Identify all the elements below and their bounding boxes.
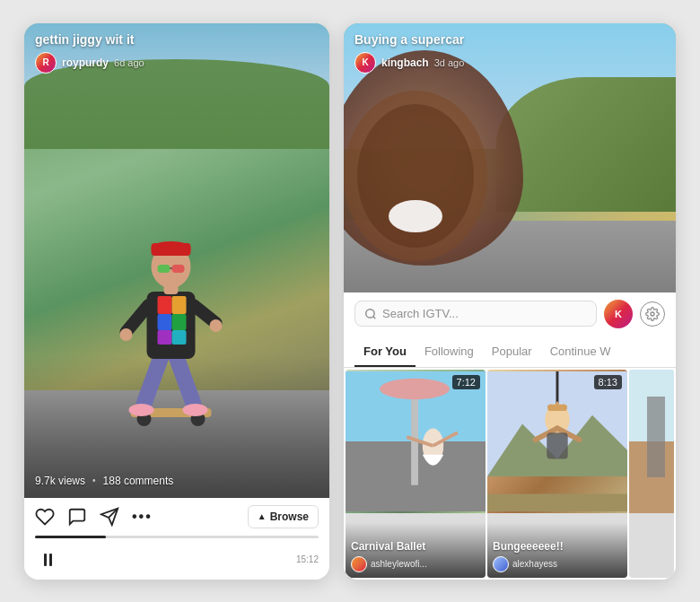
face-detail xyxy=(344,77,514,275)
svg-rect-6 xyxy=(158,296,172,314)
thumb-1-title: Carnival Ballet xyxy=(351,540,480,553)
skater-figure xyxy=(113,193,230,426)
svg-point-29 xyxy=(389,200,442,232)
tab-following[interactable]: Following xyxy=(416,336,483,367)
thumb-bg-3 xyxy=(629,370,674,513)
screens-container: gettin jiggy wit it R roypurdy 6d ago 9.… xyxy=(6,5,694,598)
left-action-icons: ••• xyxy=(35,507,153,527)
left-phone: gettin jiggy wit it R roypurdy 6d ago 9.… xyxy=(24,23,329,580)
thumb-bg-2 xyxy=(487,370,627,513)
thumb-2-username: alexhayess xyxy=(512,559,557,569)
pause-button[interactable] xyxy=(35,547,60,572)
right-username[interactable]: kingbach xyxy=(381,57,429,69)
left-username[interactable]: roypurdy xyxy=(62,57,109,69)
search-bar[interactable]: Search IGTV... xyxy=(354,301,597,327)
right-video-header: Buying a supercar K kingbach 3d ago xyxy=(354,32,665,74)
thumb-1-username: ashleylewofi... xyxy=(371,559,427,569)
tab-popular[interactable]: Popular xyxy=(483,336,541,367)
thumb-scene-1 xyxy=(346,370,486,513)
browse-arrow-icon: ▲ xyxy=(258,511,267,521)
left-video-area[interactable]: gettin jiggy wit it R roypurdy 6d ago 9.… xyxy=(24,23,329,498)
svg-point-23 xyxy=(129,404,154,416)
controls-bar: ••• ▲ Browse xyxy=(24,498,329,536)
svg-point-14 xyxy=(120,328,133,341)
more-button[interactable]: ••• xyxy=(132,509,153,525)
thumb-card-1[interactable]: 7:12 Carnival Ballet ashleylewofi... xyxy=(346,370,486,578)
thumb-scene-2 xyxy=(487,370,627,513)
left-avatar[interactable]: R xyxy=(35,52,57,74)
thumb-2-bottom: Bungeeeeee!! alexhayess xyxy=(487,522,627,578)
svg-rect-19 xyxy=(152,243,191,256)
svg-rect-8 xyxy=(158,314,172,330)
svg-line-13 xyxy=(194,305,216,323)
bottom-bar: 15:12 xyxy=(24,544,329,580)
search-section: Search IGTV... K xyxy=(344,292,676,336)
progress-fill xyxy=(35,536,106,538)
svg-rect-46 xyxy=(547,432,567,458)
svg-line-4 xyxy=(176,354,194,404)
thumb-1-duration: 7:12 xyxy=(452,375,480,389)
browse-button[interactable]: ▲ Browse xyxy=(248,505,319,528)
heart-button[interactable] xyxy=(35,507,55,527)
stats-row: 9.7k views • 188 comments xyxy=(35,475,319,487)
comments-count: 188 comments xyxy=(103,475,174,487)
left-video-header: gettin jiggy wit it R roypurdy 6d ago xyxy=(35,32,319,74)
left-time-ago: 6d ago xyxy=(114,57,144,68)
svg-rect-10 xyxy=(158,330,172,345)
svg-rect-11 xyxy=(172,330,187,345)
share-button[interactable] xyxy=(100,507,119,527)
tab-for-you[interactable]: For You xyxy=(354,336,416,367)
video-duration: 15:12 xyxy=(296,554,319,564)
thumb-1-user-row: ashleylewofi... xyxy=(351,556,480,572)
browse-label: Browse xyxy=(270,510,309,523)
pause-icon xyxy=(44,554,52,566)
left-user-row: R roypurdy 6d ago xyxy=(35,52,319,74)
svg-point-36 xyxy=(380,378,450,398)
thumb-2-duration: 8:13 xyxy=(594,375,622,389)
svg-point-30 xyxy=(366,309,374,317)
svg-line-31 xyxy=(373,316,376,318)
right-avatar[interactable]: K xyxy=(354,52,376,74)
search-icon xyxy=(364,308,377,320)
thumb-2-avatar xyxy=(493,556,509,572)
left-video-title: gettin jiggy wit it xyxy=(35,32,319,47)
left-video-bottom: 9.7k views • 188 comments xyxy=(35,475,319,491)
profile-icon[interactable]: K xyxy=(604,300,633,328)
tab-continue[interactable]: Continue W xyxy=(541,336,613,367)
thumb-card-2[interactable]: 8:13 Bungeeeeee!! alexhayess xyxy=(487,370,627,578)
tabs-row: For You Following Popular Continue W xyxy=(344,336,676,368)
thumb-1-avatar xyxy=(351,556,367,572)
comment-button[interactable] xyxy=(67,507,87,527)
settings-icon[interactable] xyxy=(640,301,665,327)
right-video-area[interactable]: Buying a supercar K kingbach 3d ago xyxy=(344,23,676,292)
svg-rect-7 xyxy=(172,296,187,314)
svg-line-3 xyxy=(144,354,162,404)
right-video-title: Buying a supercar xyxy=(354,32,665,47)
thumb-scene-3 xyxy=(629,370,674,513)
svg-rect-47 xyxy=(487,493,627,511)
dot-separator: • xyxy=(92,475,96,485)
progress-track[interactable] xyxy=(35,536,319,538)
right-phone: Buying a supercar K kingbach 3d ago Sear… xyxy=(344,23,676,580)
thumb-2-user-row: alexhayess xyxy=(493,556,622,572)
right-time-ago: 3d ago xyxy=(434,57,465,68)
svg-point-32 xyxy=(651,312,654,316)
views-count: 9.7k views xyxy=(35,475,85,487)
svg-point-24 xyxy=(183,404,208,416)
svg-rect-9 xyxy=(172,314,187,330)
thumb-card-3[interactable] xyxy=(629,370,674,578)
thumb-2-title: Bungeeeeee!! xyxy=(493,540,622,553)
progress-bar-container xyxy=(24,536,329,544)
svg-rect-21 xyxy=(172,265,185,273)
search-placeholder-text: Search IGTV... xyxy=(382,307,459,320)
svg-point-15 xyxy=(210,319,223,332)
svg-rect-20 xyxy=(158,265,171,273)
thumb-bg-1 xyxy=(346,370,486,513)
hills xyxy=(496,77,676,212)
right-user-row: K kingbach 3d ago xyxy=(354,52,665,74)
svg-rect-50 xyxy=(647,397,665,477)
svg-line-12 xyxy=(127,305,149,332)
thumb-1-bottom: Carnival Ballet ashleylewofi... xyxy=(346,522,486,578)
thumbnails-grid: 7:12 Carnival Ballet ashleylewofi... xyxy=(344,368,676,580)
